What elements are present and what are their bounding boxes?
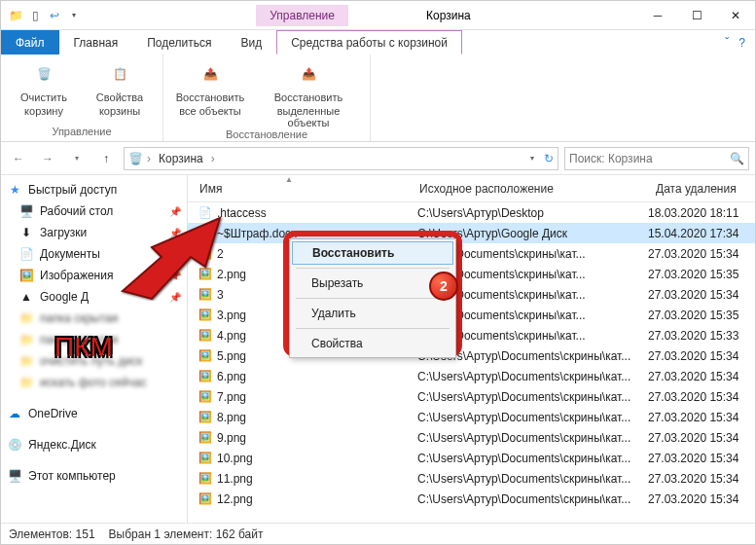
sidebar-item[interactable]: 📁папка скрытая — [1, 329, 187, 350]
back-button[interactable]: ← — [7, 147, 30, 170]
file-icon: 📘 — [198, 226, 213, 241]
refresh-icon[interactable]: ↻ — [544, 152, 554, 165]
sidebar-this-pc[interactable]: 🖥️ Этот компьютер — [1, 465, 187, 487]
sidebar-item-label: Изображения — [40, 269, 113, 282]
ctx-separator — [296, 268, 450, 269]
sidebar-item[interactable]: 🖼️Изображения — [1, 265, 187, 286]
sidebar-item[interactable]: ⬇Загрузки — [1, 222, 187, 243]
sidebar-item[interactable]: 📁папка скрытая — [1, 308, 187, 329]
file-row[interactable]: 🖼️5.pngC:\Users\Артур\Documents\скрины\к… — [188, 345, 755, 366]
close-button[interactable]: ✕ — [716, 2, 755, 29]
ctx-separator — [296, 328, 450, 329]
ctx-restore[interactable]: Восстановить — [292, 241, 453, 265]
sidebar-yandex-disk[interactable]: 💿 Яндекс.Диск — [1, 434, 187, 455]
file-delete-date: 27.03.2020 15:34 — [648, 349, 751, 363]
sidebar-item[interactable]: 📁очистить путь диск — [1, 350, 187, 372]
sidebar-item[interactable]: ▲Google Д — [1, 286, 187, 308]
recycle-props-icon: 📋 — [104, 58, 135, 90]
breadcrumb-sep-icon[interactable]: › — [147, 152, 151, 165]
folder-icon: ▲ — [18, 289, 34, 305]
column-original-location[interactable]: Исходное расположение — [412, 182, 648, 196]
file-row[interactable]: 📘~$Штраф.docxC:\Users\Артур\Google Диск1… — [188, 223, 755, 243]
ctx-delete[interactable]: Удалить — [292, 302, 453, 325]
file-delete-date: 27.03.2020 15:34 — [648, 288, 751, 302]
ctx-properties[interactable]: Свойства — [292, 332, 453, 355]
pc-icon: 🖥️ — [7, 468, 22, 484]
address-bar: ← → ▾ ↑ 🗑️ › Корзина › ▾ ↻ 🔍 — [1, 142, 755, 175]
sidebar-item[interactable]: 📄Документы — [1, 243, 187, 265]
file-icon: 🖼️ — [198, 267, 213, 282]
address-box[interactable]: 🗑️ › Корзина › ▾ ↻ — [124, 147, 558, 170]
minimize-button[interactable]: ─ — [638, 2, 677, 29]
file-row[interactable]: 🖼️2\Артур\Documents\скрины\кат...27.03.2… — [188, 243, 755, 264]
empty-recycle-button[interactable]: 🗑️ Очиститькорзину — [9, 58, 79, 126]
recycle-properties-button[interactable]: 📋 Свойствакорзины — [85, 58, 155, 126]
file-row[interactable]: 🖼️3\Артур\Documents\скрины\кат...27.03.2… — [188, 284, 755, 305]
search-input[interactable] — [569, 152, 730, 165]
tab-share[interactable]: Поделиться — [132, 30, 226, 54]
breadcrumb-current[interactable]: Корзина — [155, 152, 207, 165]
context-menu: Восстановить Вырезать Удалить Свойства — [289, 238, 456, 358]
tab-view[interactable]: Вид — [226, 30, 276, 54]
file-delete-date: 27.03.2020 15:34 — [648, 492, 751, 506]
up-button[interactable]: ↑ — [94, 147, 118, 170]
recent-dropdown[interactable]: ▾ — [65, 147, 89, 170]
file-row[interactable]: 🖼️12.pngC:\Users\Артур\Documents\скрины\… — [188, 489, 755, 509]
ribbon: 🗑️ Очиститькорзину 📋 Свойствакорзины Упр… — [1, 54, 755, 142]
file-name: 12.png — [217, 492, 417, 506]
file-row[interactable]: 🖼️2.png\Артур\Documents\скрины\кат...27.… — [188, 264, 755, 284]
file-icon: 📄 — [198, 205, 213, 221]
sidebar-item-label: Google Д — [40, 290, 89, 304]
help-icon[interactable]: ˇ — [725, 36, 729, 50]
file-icon: 🖼️ — [198, 410, 213, 425]
sidebar-onedrive[interactable]: ☁ OneDrive — [1, 403, 187, 424]
restore-selected-button[interactable]: 📤 Восстановитьвыделенные объекты — [255, 58, 362, 128]
file-row[interactable]: 📄.htaccessC:\Users\Артур\Desktop18.03.20… — [188, 202, 755, 223]
tab-home[interactable]: Главная — [59, 30, 133, 54]
recycle-empty-icon: 🗑️ — [28, 58, 59, 90]
file-row[interactable]: 🖼️3.png\Артур\Documents\скрины\кат...27.… — [188, 305, 755, 325]
search-icon[interactable]: 🔍 — [730, 152, 744, 165]
qat-dropdown-icon[interactable]: ▾ — [65, 7, 83, 24]
breadcrumb-sep-icon[interactable]: › — [211, 152, 215, 165]
tab-file[interactable]: Файл — [1, 30, 59, 54]
tab-recycle-tools[interactable]: Средства работы с корзиной — [276, 30, 462, 54]
file-row[interactable]: 🖼️11.pngC:\Users\Артур\Documents\скрины\… — [188, 468, 755, 489]
column-delete-date[interactable]: Дата удаления — [648, 182, 755, 196]
cloud-icon: ☁ — [7, 406, 22, 421]
restore-all-button[interactable]: 📤 Восстановитьвсе объекты — [171, 58, 249, 128]
search-box[interactable]: 🔍 — [564, 147, 749, 170]
file-row[interactable]: 🖼️4.png\Артур\Documents\скрины\кат...27.… — [188, 325, 755, 345]
file-delete-date: 27.03.2020 15:35 — [648, 309, 751, 322]
folder-icon: 📁 — [18, 310, 34, 326]
sidebar-item[interactable]: 📁искать фото сейчас — [1, 372, 187, 393]
address-dropdown-icon[interactable]: ▾ — [530, 154, 534, 163]
maximize-button[interactable]: ☐ — [677, 2, 716, 29]
file-row[interactable]: 🖼️8.pngC:\Users\Артур\Documents\скрины\к… — [188, 407, 755, 427]
status-selection: Выбран 1 элемент: 162 байт — [109, 527, 264, 541]
folder-icon: 📄 — [18, 246, 34, 262]
file-delete-date: 18.03.2020 18:11 — [648, 206, 751, 220]
column-name[interactable]: Имя — [188, 182, 412, 196]
file-name: 8.png — [217, 411, 417, 424]
folder-icon: ⬇ — [18, 225, 34, 240]
manage-tab[interactable]: Управление — [256, 5, 348, 26]
file-row[interactable]: 🖼️10.pngC:\Users\Артур\Documents\скрины\… — [188, 448, 755, 468]
file-row[interactable]: 🖼️7.pngC:\Users\Артур\Documents\скрины\к… — [188, 386, 755, 407]
file-name: 7.png — [217, 390, 417, 404]
sidebar-quick-access[interactable]: ★ Быстрый доступ — [1, 179, 187, 200]
undo-icon[interactable]: ↩ — [46, 7, 63, 24]
file-name: .htaccess — [217, 206, 417, 220]
sidebar-item[interactable]: 🖥️Рабочий стол — [1, 200, 187, 222]
file-list[interactable]: 📄.htaccessC:\Users\Артур\Desktop18.03.20… — [188, 202, 755, 523]
file-row[interactable]: 🖼️9.pngC:\Users\Артур\Documents\скрины\к… — [188, 427, 755, 448]
file-row[interactable]: 🖼️6.pngC:\Users\Артур\Documents\скрины\к… — [188, 366, 755, 386]
folder-icon[interactable]: 📁 — [7, 7, 24, 24]
file-icon: 🖼️ — [198, 369, 213, 384]
help-question-icon[interactable]: ? — [738, 36, 745, 50]
file-original-location: C:\Users\Артур\Documents\скрины\кат... — [417, 370, 648, 383]
ribbon-group-manage: Управление — [52, 126, 111, 137]
file-delete-date: 27.03.2020 15:34 — [648, 431, 751, 445]
file-delete-date: 27.03.2020 15:34 — [648, 472, 751, 486]
window-title: Корзина — [426, 9, 471, 22]
